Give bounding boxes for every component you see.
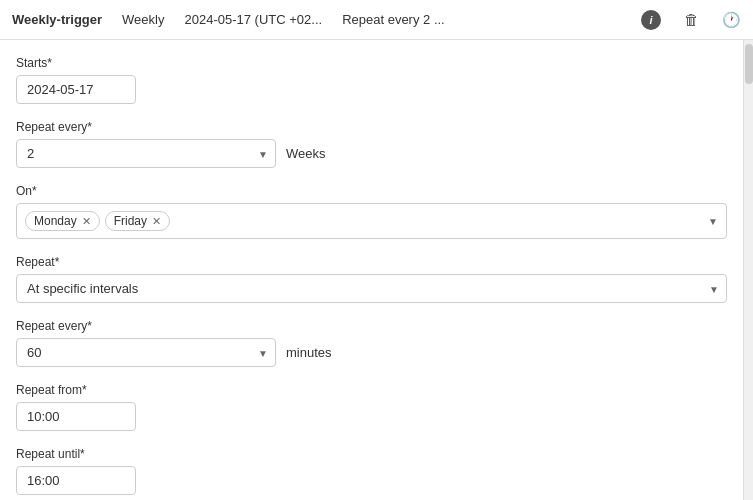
repeat-from-label: Repeat from* [16,383,727,397]
repeat-every-minutes-select[interactable]: 60 15 30 45 120 [16,338,276,367]
repeat-every-weeks-select[interactable]: 2 1 3 4 [16,139,276,168]
repeat-until-input[interactable] [16,466,136,495]
trigger-type: Weekly [122,12,164,27]
repeat-every-weeks-group: Repeat every* 2 1 3 4 ▼ Weeks [16,120,727,168]
on-tag-monday-label: Monday [34,214,77,228]
history-icon[interactable]: 🕐 [721,10,741,30]
repeat-from-input[interactable] [16,402,136,431]
repeat-until-group: Repeat until* [16,447,727,495]
repeat-from-group: Repeat from* [16,383,727,431]
repeat-every-weeks-label: Repeat every* [16,120,727,134]
repeat-label: Repeat* [16,255,727,269]
starts-label: Starts* [16,56,727,70]
repeat-select[interactable]: At specific intervals At specific times … [16,274,727,303]
on-tag-monday-remove[interactable]: ✕ [82,216,91,227]
on-tag-friday: Friday ✕ [105,211,170,231]
on-tags-chevron: ▼ [708,216,718,227]
repeat-select-wrapper: At specific intervals At specific times … [16,274,727,303]
starts-group: Starts* [16,56,727,104]
on-group: On* Monday ✕ Friday ✕ ▼ [16,184,727,239]
on-label: On* [16,184,727,198]
starts-input[interactable] [16,75,136,104]
info-icon[interactable]: i [641,10,661,30]
scrollbar[interactable] [743,40,753,500]
content-area: Starts* Repeat every* 2 1 3 4 ▼ Weeks [0,40,753,500]
repeat-every-minutes-inline: 60 15 30 45 120 ▼ minutes [16,338,727,367]
repeat-group: Repeat* At specific intervals At specifi… [16,255,727,303]
trigger-repeat-summary: Repeat every 2 ... [342,12,445,27]
repeat-every-weeks-select-wrapper: 2 1 3 4 ▼ [16,139,276,168]
delete-icon[interactable]: 🗑 [681,10,701,30]
repeat-every-minutes-label: Repeat every* [16,319,727,333]
scrollbar-thumb[interactable] [745,44,753,84]
on-tag-friday-remove[interactable]: ✕ [152,216,161,227]
repeat-every-weeks-inline: 2 1 3 4 ▼ Weeks [16,139,727,168]
repeat-every-weeks-unit: Weeks [286,146,326,161]
repeat-every-minutes-select-wrapper: 60 15 30 45 120 ▼ [16,338,276,367]
header-bar: Weekly-trigger Weekly 2024-05-17 (UTC +0… [0,0,753,40]
on-tags-container[interactable]: Monday ✕ Friday ✕ ▼ [16,203,727,239]
form-area: Starts* Repeat every* 2 1 3 4 ▼ Weeks [0,40,743,500]
trigger-name: Weekly-trigger [12,12,102,27]
repeat-every-minutes-unit: minutes [286,345,332,360]
on-tag-monday: Monday ✕ [25,211,100,231]
repeat-every-minutes-group: Repeat every* 60 15 30 45 120 ▼ minutes [16,319,727,367]
trigger-date: 2024-05-17 (UTC +02... [184,12,322,27]
on-tag-friday-label: Friday [114,214,147,228]
repeat-until-label: Repeat until* [16,447,727,461]
